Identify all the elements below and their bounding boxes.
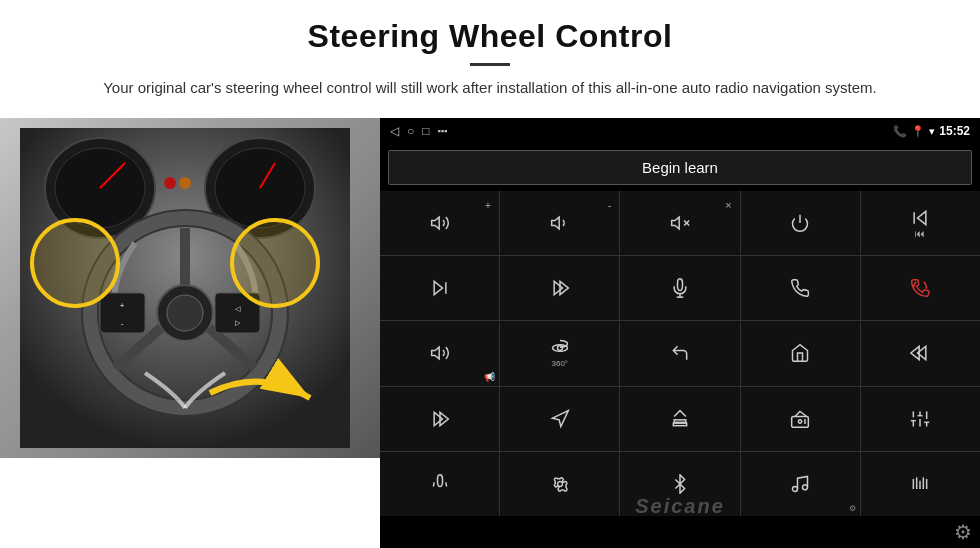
phone-call-button[interactable] [741, 256, 860, 320]
svg-point-7 [164, 177, 176, 189]
fast-fwd-button[interactable] [380, 387, 499, 451]
title-divider [470, 63, 510, 66]
bluetooth-button[interactable] [620, 452, 739, 516]
status-right-icons: 📞 📍 ▾ 15:52 [893, 124, 970, 138]
page-title: Steering Wheel Control [60, 18, 920, 55]
gear-icon[interactable]: ⚙ [954, 520, 972, 544]
svg-marker-31 [434, 282, 442, 295]
svg-marker-23 [431, 217, 439, 229]
music-button[interactable]: ⚙ [741, 452, 860, 516]
phone-hang-button[interactable] [861, 256, 980, 320]
mic-button[interactable] [620, 256, 739, 320]
svg-rect-45 [674, 420, 686, 423]
vol-down-button[interactable]: - [500, 191, 619, 255]
square-icon: □ [422, 124, 429, 138]
svg-marker-43 [440, 412, 448, 425]
status-bar: ◁ ○ □ ▪▪▪ 📞 📍 ▾ 15:52 [380, 118, 980, 144]
equalizer2-button[interactable] [861, 452, 980, 516]
svg-point-61 [803, 485, 808, 490]
navigate-button[interactable] [500, 387, 619, 451]
header-section: Steering Wheel Control Your original car… [0, 0, 980, 108]
status-left-icons: ◁ ○ □ ▪▪▪ [390, 124, 447, 138]
begin-learn-button[interactable]: Begin learn [388, 150, 972, 185]
svg-point-38 [557, 346, 562, 351]
page-container: Steering Wheel Control Your original car… [0, 0, 980, 548]
controls-grid: + - × ⏮ [380, 191, 980, 516]
radio-button[interactable] [741, 387, 860, 451]
android-panel: ◁ ○ □ ▪▪▪ 📞 📍 ▾ 15:52 Begin learn [380, 118, 980, 548]
time-display: 15:52 [939, 124, 970, 138]
svg-marker-29 [918, 211, 926, 224]
microphone2-button[interactable] [380, 452, 499, 516]
equalizer-button[interactable] [861, 387, 980, 451]
svg-marker-24 [551, 217, 559, 229]
svg-rect-46 [673, 423, 686, 426]
svg-text:-: - [121, 319, 124, 328]
eject-button[interactable] [620, 387, 739, 451]
subtitle-text: Your original car's steering wheel contr… [90, 76, 890, 100]
highlight-circle-left [30, 218, 120, 308]
bottom-bar: Seicane ⚙ [380, 516, 980, 548]
svg-marker-25 [672, 217, 680, 229]
svg-marker-37 [431, 348, 439, 360]
rewind-button[interactable] [861, 321, 980, 385]
svg-marker-34 [560, 282, 568, 295]
skip-back-button[interactable]: ⏮ [861, 191, 980, 255]
wifi-status-icon: ▾ [929, 125, 935, 138]
location-status-icon: 📍 [911, 125, 925, 138]
svg-point-60 [793, 486, 798, 491]
svg-marker-42 [434, 412, 442, 425]
svg-point-48 [799, 420, 802, 423]
svg-marker-44 [552, 410, 568, 426]
home-circle-icon: ○ [407, 124, 414, 138]
svg-point-12 [167, 295, 203, 331]
car-image-panel: + - ◁ ▷ [0, 118, 380, 458]
power-button[interactable] [741, 191, 860, 255]
360-view-button[interactable]: 360° [500, 321, 619, 385]
back-button[interactable] [620, 321, 739, 385]
svg-rect-47 [792, 416, 809, 427]
mute-button[interactable]: × [620, 191, 739, 255]
home-button[interactable] [741, 321, 860, 385]
highlight-circle-right [230, 218, 320, 308]
content-row: + - ◁ ▷ [0, 118, 980, 548]
settings2-button[interactable] [500, 452, 619, 516]
svg-marker-33 [554, 282, 562, 295]
vol-up-button[interactable]: + [380, 191, 499, 255]
back-arrow-icon: ◁ [390, 124, 399, 138]
signal-icon: ▪▪▪ [438, 126, 448, 136]
svg-text:+: + [120, 301, 125, 310]
svg-point-8 [179, 177, 191, 189]
speaker-button[interactable]: 📢 [380, 321, 499, 385]
next-track-button[interactable] [380, 256, 499, 320]
arrow-svg [200, 358, 320, 428]
phone-status-icon: 📞 [893, 125, 907, 138]
fast-forward-skip-button[interactable] [500, 256, 619, 320]
begin-learn-row: Begin learn [380, 144, 980, 191]
